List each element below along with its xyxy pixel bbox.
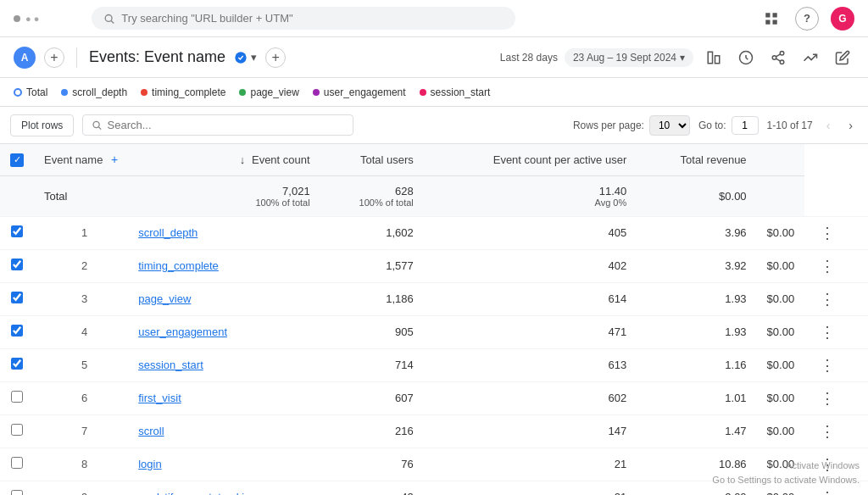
revenue-cell: $0.00	[757, 282, 805, 315]
event-name-link[interactable]: scroll	[138, 425, 164, 437]
chart-toggle-icon[interactable]	[702, 46, 726, 70]
row-checkbox[interactable]	[11, 457, 23, 469]
event-name-cell: page_view	[128, 282, 320, 315]
plot-rows-button[interactable]: Plot rows	[10, 114, 74, 136]
more-options-button[interactable]: ⋮	[815, 421, 840, 442]
total-checkbox-cell	[0, 175, 34, 216]
row-checkbox[interactable]	[11, 424, 23, 436]
event-name-link[interactable]: user_engagement	[138, 325, 227, 338]
event-name-link[interactable]: session_start	[138, 359, 203, 371]
goto-input[interactable]	[732, 116, 759, 135]
title-verified-badge[interactable]: ▾	[234, 51, 257, 64]
total-users-cell: 628 100% of total	[320, 175, 424, 216]
table-row: 7scroll2161471.47$0.00⋮	[0, 414, 868, 448]
total-event-count-sub: 100% of total	[138, 197, 309, 208]
row-checkbox[interactable]	[11, 259, 23, 270]
add-comparison-btn[interactable]: +	[265, 47, 286, 68]
row-checkbox[interactable]	[11, 490, 23, 495]
more-options-button[interactable]: ⋮	[815, 223, 840, 243]
rows-per-page-select[interactable]: 10 25 50	[649, 115, 690, 136]
trend-icon[interactable]	[798, 46, 822, 70]
grid-icon[interactable]	[760, 7, 783, 31]
event-name-link[interactable]: scroll_depth	[138, 226, 198, 239]
windows-watermark: Activate Windows Go to Settings to activ…	[712, 459, 860, 487]
event-name-link[interactable]: page_view	[138, 292, 191, 305]
row-number: 7	[34, 414, 128, 448]
add-column-btn[interactable]: +	[111, 153, 118, 166]
row-number: 6	[34, 381, 128, 414]
table-search-icon	[92, 120, 102, 131]
legend-dot-user-engagement	[313, 89, 320, 96]
row-checkbox[interactable]	[11, 225, 23, 237]
row-checkbox-cell	[0, 216, 34, 249]
event-name-cell: analytify_event_tracking	[128, 481, 320, 495]
event-count-col-header: ↓ Event count	[128, 144, 320, 175]
event-name-link[interactable]: analytify_event_tracking	[138, 491, 256, 495]
table-search-input[interactable]	[108, 119, 345, 131]
row-checkbox[interactable]	[11, 391, 23, 403]
more-options-button[interactable]: ⋮	[815, 256, 840, 276]
help-icon[interactable]: ?	[795, 7, 819, 31]
total-users-sub: 100% of total	[331, 197, 414, 208]
table-row: 2timing_complete1,5774023.92$0.00⋮	[0, 249, 868, 282]
top-bar: ● ● ? G	[0, 0, 868, 37]
more-options-cell: ⋮	[804, 216, 868, 249]
total-row: Total 7,021 100% of total 628 100% of to…	[0, 175, 868, 216]
svg-line-1	[111, 20, 114, 23]
legend-item-session-start[interactable]: session_start	[420, 86, 491, 98]
more-options-button[interactable]: ⋮	[815, 289, 840, 309]
row-checkbox[interactable]	[11, 358, 23, 370]
more-options-button[interactable]: ⋮	[815, 487, 840, 496]
more-col-header	[757, 144, 805, 175]
compare-icon[interactable]	[734, 46, 758, 70]
more-options-cell: ⋮	[804, 249, 868, 282]
row-checkbox[interactable]	[11, 325, 23, 336]
prev-page-button[interactable]: ‹	[821, 117, 836, 134]
edit-icon[interactable]	[831, 46, 854, 70]
event-name-link[interactable]: login	[138, 458, 161, 470]
row-checkbox[interactable]	[11, 292, 23, 303]
rows-per-page-label: Rows per page:	[573, 120, 644, 131]
legend-item-total[interactable]: Total	[14, 86, 47, 98]
search-icon	[103, 13, 114, 25]
next-page-button[interactable]: ›	[843, 117, 858, 134]
date-chip[interactable]: 23 Aug – 19 Sept 2024 ▾	[565, 48, 693, 67]
event-per-user-col-header: Event count per active user	[424, 144, 637, 175]
event-count-cell: 905	[320, 315, 424, 348]
more-options-cell: ⋮	[804, 414, 868, 448]
search-bar[interactable]	[92, 7, 515, 30]
more-options-button[interactable]: ⋮	[815, 322, 840, 342]
legend-item-page-view[interactable]: page_view	[239, 86, 298, 98]
more-options-button[interactable]: ⋮	[815, 355, 840, 375]
event-count-cell: 1,602	[320, 216, 424, 249]
date-range-label: Last 28 days	[500, 52, 558, 64]
add-account-btn[interactable]: +	[44, 47, 64, 68]
svg-point-0	[105, 14, 112, 21]
row-checkbox-cell	[0, 348, 34, 381]
row-number: 4	[34, 315, 128, 348]
event-name-link[interactable]: first_visit	[138, 392, 181, 404]
legend-label-page-view: page_view	[250, 86, 298, 98]
legend-item-user-engagement[interactable]: user_engagement	[313, 86, 406, 98]
goto-box: Go to:	[698, 116, 759, 135]
legend-item-scroll-depth[interactable]: scroll_depth	[61, 86, 127, 98]
table-search-box[interactable]	[82, 114, 353, 136]
account-icon[interactable]: A	[14, 47, 36, 69]
event-count-cell: 714	[320, 348, 424, 381]
total-per-user-sub: Avg 0%	[434, 197, 626, 208]
event-count-cell: 76	[320, 448, 424, 481]
svg-point-6	[235, 52, 246, 63]
event-name-link[interactable]: timing_complete	[138, 259, 219, 272]
total-users-cell: 402	[424, 249, 637, 282]
table-row: 4user_engagement9054711.93$0.00⋮	[0, 315, 868, 348]
more-options-button[interactable]: ⋮	[815, 388, 840, 409]
search-input[interactable]	[121, 12, 504, 25]
per-user-cell: 3.96	[637, 216, 756, 249]
events-table: Event name + ↓ Event count Total users E…	[0, 144, 868, 495]
share-icon[interactable]	[766, 46, 790, 70]
revenue-cell: $0.00	[757, 216, 805, 249]
avatar[interactable]: G	[831, 7, 854, 31]
legend-item-timing-complete[interactable]: timing_complete	[141, 86, 225, 98]
select-all-checkbox[interactable]	[10, 153, 24, 167]
header-actions	[702, 46, 854, 70]
